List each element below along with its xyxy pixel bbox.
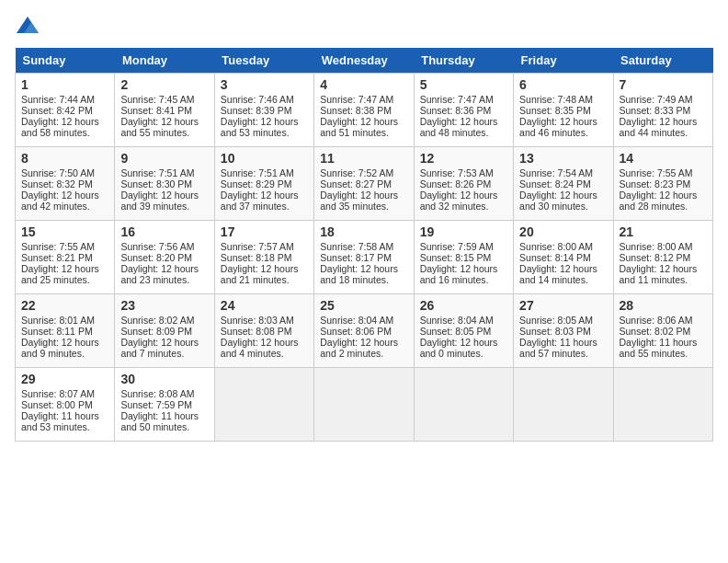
calendar-body: 1 Sunrise: 7:44 AM Sunset: 8:42 PM Dayli… <box>16 74 713 442</box>
sunrise-time: Sunrise: 7:49 AM <box>620 94 693 105</box>
day-number: 28 <box>620 298 707 313</box>
calendar-cell: 18 Sunrise: 7:58 AM Sunset: 8:17 PM Dayl… <box>314 221 414 294</box>
week-row-2: 8 Sunrise: 7:50 AM Sunset: 8:32 PM Dayli… <box>16 147 713 221</box>
calendar-cell: 3 Sunrise: 7:46 AM Sunset: 8:39 PM Dayli… <box>214 74 313 147</box>
day-number: 12 <box>420 151 507 166</box>
calendar-cell <box>314 368 414 442</box>
calendar-cell: 15 Sunrise: 7:55 AM Sunset: 8:21 PM Dayl… <box>16 221 115 294</box>
calendar-cell: 27 Sunrise: 8:05 AM Sunset: 8:03 PM Dayl… <box>514 294 613 368</box>
calendar-cell: 30 Sunrise: 8:08 AM Sunset: 7:59 PM Dayl… <box>115 368 214 442</box>
day-number: 19 <box>420 224 507 239</box>
sunset-time: Sunset: 8:02 PM <box>620 326 691 337</box>
sunset-time: Sunset: 8:17 PM <box>320 252 392 263</box>
sunrise-time: Sunrise: 7:44 AM <box>21 94 95 105</box>
sunset-time: Sunset: 8:14 PM <box>519 252 591 263</box>
sunrise-time: Sunrise: 8:00 AM <box>519 241 593 252</box>
calendar-cell: 29 Sunrise: 8:07 AM Sunset: 8:00 PM Dayl… <box>16 368 115 442</box>
calendar-cell: 16 Sunrise: 7:56 AM Sunset: 8:20 PM Dayl… <box>115 221 214 294</box>
sunrise-time: Sunrise: 8:02 AM <box>120 315 194 326</box>
sunrise-time: Sunrise: 7:48 AM <box>519 94 593 105</box>
calendar-cell: 26 Sunrise: 8:04 AM Sunset: 8:05 PM Dayl… <box>414 294 513 368</box>
daylight-hours: Daylight: 12 hours and 2 minutes. <box>320 337 398 359</box>
sunrise-time: Sunrise: 7:53 AM <box>420 167 494 178</box>
day-number: 9 <box>120 151 208 166</box>
day-number: 2 <box>120 77 208 92</box>
sunset-time: Sunset: 8:26 PM <box>420 178 492 190</box>
week-row-4: 22 Sunrise: 8:01 AM Sunset: 8:11 PM Dayl… <box>16 294 713 368</box>
day-number: 22 <box>21 298 108 313</box>
daylight-hours: Daylight: 12 hours and 9 minutes. <box>21 337 99 359</box>
calendar-cell: 10 Sunrise: 7:51 AM Sunset: 8:29 PM Dayl… <box>214 147 313 221</box>
calendar-cell: 12 Sunrise: 7:53 AM Sunset: 8:26 PM Dayl… <box>414 147 513 221</box>
day-number: 25 <box>320 298 407 313</box>
daylight-hours: Daylight: 12 hours and 18 minutes. <box>320 263 398 285</box>
daylight-hours: Daylight: 12 hours and 51 minutes. <box>320 116 398 138</box>
sunrise-time: Sunrise: 8:05 AM <box>519 315 593 326</box>
sunrise-time: Sunrise: 8:03 AM <box>221 315 294 326</box>
sunrise-time: Sunrise: 8:06 AM <box>620 315 693 326</box>
day-number: 15 <box>21 224 108 239</box>
day-number: 3 <box>221 77 308 92</box>
daylight-hours: Daylight: 11 hours and 53 minutes. <box>21 410 99 432</box>
daylight-hours: Daylight: 12 hours and 35 minutes. <box>320 190 398 212</box>
day-number: 27 <box>519 298 607 313</box>
sunrise-time: Sunrise: 7:47 AM <box>420 94 494 105</box>
calendar-cell: 1 Sunrise: 7:44 AM Sunset: 8:42 PM Dayli… <box>16 74 115 147</box>
sunset-time: Sunset: 8:03 PM <box>519 326 591 337</box>
daylight-hours: Daylight: 11 hours and 57 minutes. <box>519 337 597 359</box>
sunrise-time: Sunrise: 7:52 AM <box>320 167 393 178</box>
sunrise-time: Sunrise: 7:54 AM <box>519 167 593 178</box>
daylight-hours: Daylight: 12 hours and 37 minutes. <box>221 190 299 212</box>
sunset-time: Sunset: 8:05 PM <box>420 326 492 337</box>
calendar-cell: 19 Sunrise: 7:59 AM Sunset: 8:15 PM Dayl… <box>414 221 513 294</box>
sunset-time: Sunset: 8:32 PM <box>21 178 93 190</box>
day-header-friday: Friday <box>514 48 613 74</box>
day-number: 5 <box>420 77 507 92</box>
sunrise-time: Sunrise: 8:04 AM <box>420 315 494 326</box>
calendar-cell <box>613 368 712 442</box>
sunset-time: Sunset: 8:20 PM <box>120 252 192 263</box>
daylight-hours: Daylight: 12 hours and 14 minutes. <box>519 263 597 285</box>
daylight-hours: Daylight: 12 hours and 0 minutes. <box>420 337 498 359</box>
sunrise-time: Sunrise: 7:45 AM <box>120 94 194 105</box>
day-number: 7 <box>620 77 707 92</box>
day-number: 4 <box>320 77 407 92</box>
week-row-5: 29 Sunrise: 8:07 AM Sunset: 8:00 PM Dayl… <box>16 368 713 442</box>
day-header-thursday: Thursday <box>414 48 513 74</box>
sunrise-time: Sunrise: 7:55 AM <box>620 167 693 178</box>
sunset-time: Sunset: 8:15 PM <box>420 252 492 263</box>
sunset-time: Sunset: 8:00 PM <box>21 399 93 410</box>
day-number: 13 <box>519 151 607 166</box>
sunrise-time: Sunrise: 7:59 AM <box>420 241 494 252</box>
day-number: 1 <box>21 77 108 92</box>
daylight-hours: Daylight: 12 hours and 42 minutes. <box>21 190 99 212</box>
day-number: 24 <box>221 298 308 313</box>
day-number: 30 <box>120 372 208 386</box>
sunrise-time: Sunrise: 7:46 AM <box>221 94 294 105</box>
day-number: 14 <box>620 151 707 166</box>
week-row-1: 1 Sunrise: 7:44 AM Sunset: 8:42 PM Dayli… <box>16 74 713 147</box>
sunset-time: Sunset: 8:42 PM <box>21 105 93 116</box>
calendar-cell: 4 Sunrise: 7:47 AM Sunset: 8:38 PM Dayli… <box>314 74 414 147</box>
daylight-hours: Daylight: 12 hours and 11 minutes. <box>620 263 698 285</box>
day-header-monday: Monday <box>115 48 214 74</box>
calendar-cell: 20 Sunrise: 8:00 AM Sunset: 8:14 PM Dayl… <box>514 221 613 294</box>
logo-icon <box>15 15 40 37</box>
calendar-cell: 7 Sunrise: 7:49 AM Sunset: 8:33 PM Dayli… <box>613 74 712 147</box>
sunrise-time: Sunrise: 7:57 AM <box>221 241 294 252</box>
day-number: 10 <box>221 151 308 166</box>
sunset-time: Sunset: 8:38 PM <box>320 105 392 116</box>
daylight-hours: Daylight: 12 hours and 48 minutes. <box>420 116 498 138</box>
sunset-time: Sunset: 8:21 PM <box>21 252 93 263</box>
sunset-time: Sunset: 8:24 PM <box>519 178 591 190</box>
daylight-hours: Daylight: 12 hours and 23 minutes. <box>120 263 199 285</box>
sunset-time: Sunset: 8:27 PM <box>320 178 392 190</box>
day-number: 21 <box>620 224 707 239</box>
sunset-time: Sunset: 8:41 PM <box>120 105 192 116</box>
sunset-time: Sunset: 8:08 PM <box>221 326 292 337</box>
sunrise-time: Sunrise: 7:50 AM <box>21 167 95 178</box>
day-number: 20 <box>519 224 607 239</box>
day-header-tuesday: Tuesday <box>214 48 313 74</box>
daylight-hours: Daylight: 12 hours and 39 minutes. <box>120 190 199 212</box>
sunrise-time: Sunrise: 8:07 AM <box>21 388 95 399</box>
